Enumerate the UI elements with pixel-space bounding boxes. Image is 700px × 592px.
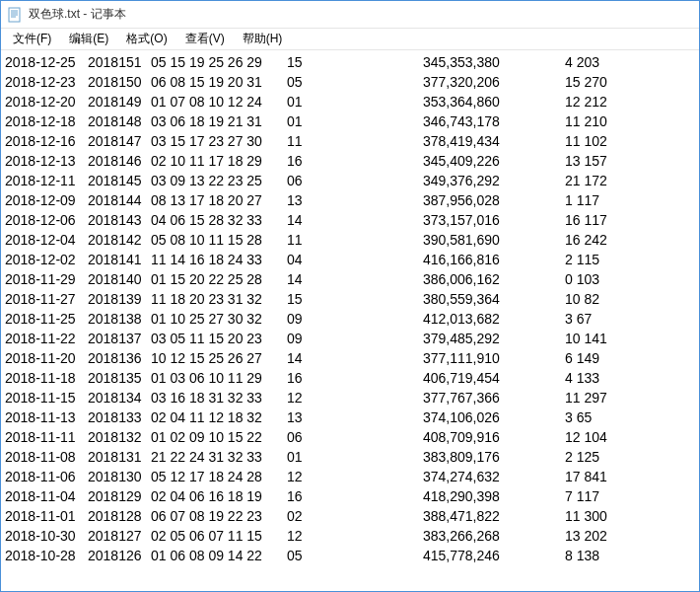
text-editor[interactable]: 2018-12-25201815105 15 19 25 26 2915345,… — [1, 50, 699, 591]
blue-cell: 14 — [287, 348, 423, 368]
sales-cell: 418,290,398 — [423, 486, 565, 506]
text-line: 2018-12-23201815006 08 15 19 20 3105377,… — [5, 72, 693, 92]
sales-cell: 377,767,366 — [423, 388, 565, 407]
balls-cell: 06 08 15 19 20 31 — [151, 72, 287, 92]
blue-cell: 06 — [287, 427, 423, 447]
sales-cell: 346,743,178 — [423, 111, 565, 131]
date-cell: 2018-11-27 — [5, 289, 88, 309]
balls-cell: 11 14 16 18 24 33 — [151, 250, 287, 269]
sales-cell: 408,709,916 — [423, 427, 565, 447]
sales-cell: 378,419,434 — [423, 131, 565, 151]
sales-cell: 377,111,910 — [423, 348, 565, 368]
issue-cell: 2018142 — [88, 230, 151, 250]
text-line: 2018-12-18201814803 06 18 19 21 3101346,… — [5, 111, 693, 131]
sales-cell: 416,166,816 — [423, 250, 565, 269]
text-line: 2018-11-08201813121 22 24 31 32 3301383,… — [5, 447, 693, 467]
date-cell: 2018-11-13 — [5, 407, 88, 427]
blue-cell: 01 — [287, 111, 423, 131]
text-line: 2018-10-28201812601 06 08 09 14 2205415,… — [5, 546, 693, 565]
prize-cell: 1 117 — [565, 190, 693, 210]
prize-cell: 21 172 — [565, 171, 693, 190]
text-line: 2018-11-06201813005 12 17 18 24 2812374,… — [5, 467, 693, 486]
menu-edit[interactable]: 编辑(E) — [61, 29, 116, 49]
issue-cell: 2018140 — [88, 269, 151, 289]
balls-cell: 05 08 10 11 15 28 — [151, 230, 287, 250]
sales-cell: 345,409,226 — [423, 151, 565, 171]
blue-cell: 16 — [287, 151, 423, 171]
issue-cell: 2018137 — [88, 329, 151, 348]
prize-cell: 16 117 — [565, 210, 693, 230]
sales-cell: 386,006,162 — [423, 269, 565, 289]
sales-cell: 390,581,690 — [423, 230, 565, 250]
text-line: 2018-11-01201812806 07 08 19 22 2302388,… — [5, 506, 693, 526]
prize-cell: 17 841 — [565, 467, 693, 486]
prize-cell: 3 67 — [565, 309, 693, 329]
date-cell: 2018-12-25 — [5, 52, 88, 72]
prize-cell: 4 203 — [565, 52, 693, 72]
prize-cell: 13 202 — [565, 526, 693, 546]
text-line: 2018-11-11201813201 02 09 10 15 2206408,… — [5, 427, 693, 447]
blue-cell: 11 — [287, 230, 423, 250]
issue-cell: 2018129 — [88, 486, 151, 506]
date-cell: 2018-12-16 — [5, 131, 88, 151]
balls-cell: 21 22 24 31 32 33 — [151, 447, 287, 467]
blue-cell: 01 — [287, 447, 423, 467]
date-cell: 2018-12-06 — [5, 210, 88, 230]
sales-cell: 388,471,822 — [423, 506, 565, 526]
blue-cell: 01 — [287, 92, 423, 111]
balls-cell: 01 10 25 27 30 32 — [151, 309, 287, 329]
date-cell: 2018-11-06 — [5, 467, 88, 486]
blue-cell: 13 — [287, 407, 423, 427]
blue-cell: 16 — [287, 368, 423, 388]
balls-cell: 03 05 11 15 20 23 — [151, 329, 287, 348]
blue-cell: 16 — [287, 486, 423, 506]
issue-cell: 2018145 — [88, 171, 151, 190]
prize-cell: 12 212 — [565, 92, 693, 111]
blue-cell: 15 — [287, 52, 423, 72]
balls-cell: 04 06 15 28 32 33 — [151, 210, 287, 230]
sales-cell: 415,778,246 — [423, 546, 565, 565]
menu-format[interactable]: 格式(O) — [118, 29, 175, 49]
sales-cell: 345,353,380 — [423, 52, 565, 72]
date-cell: 2018-11-20 — [5, 348, 88, 368]
menubar: 文件(F) 编辑(E) 格式(O) 查看(V) 帮助(H) — [1, 29, 699, 50]
prize-cell: 11 102 — [565, 131, 693, 151]
issue-cell: 2018135 — [88, 368, 151, 388]
sales-cell: 383,266,268 — [423, 526, 565, 546]
issue-cell: 2018127 — [88, 526, 151, 546]
text-line: 2018-11-04201812902 04 06 16 18 1916418,… — [5, 486, 693, 506]
issue-cell: 2018128 — [88, 506, 151, 526]
balls-cell: 02 05 06 07 11 15 — [151, 526, 287, 546]
prize-cell: 10 82 — [565, 289, 693, 309]
issue-cell: 2018148 — [88, 111, 151, 131]
issue-cell: 2018151 — [88, 52, 151, 72]
text-line: 2018-12-02201814111 14 16 18 24 3304416,… — [5, 250, 693, 269]
prize-cell: 11 300 — [565, 506, 693, 526]
issue-cell: 2018144 — [88, 190, 151, 210]
balls-cell: 03 15 17 23 27 30 — [151, 131, 287, 151]
blue-cell: 13 — [287, 190, 423, 210]
date-cell: 2018-12-20 — [5, 92, 88, 111]
menu-file[interactable]: 文件(F) — [5, 29, 59, 49]
issue-cell: 2018130 — [88, 467, 151, 486]
balls-cell: 03 16 18 31 32 33 — [151, 388, 287, 407]
text-line: 2018-12-16201814703 15 17 23 27 3011378,… — [5, 131, 693, 151]
prize-cell: 12 104 — [565, 427, 693, 447]
issue-cell: 2018147 — [88, 131, 151, 151]
text-line: 2018-11-20201813610 12 15 25 26 2714377,… — [5, 348, 693, 368]
menu-help[interactable]: 帮助(H) — [235, 29, 291, 49]
text-line: 2018-12-13201814602 10 11 17 18 2916345,… — [5, 151, 693, 171]
text-line: 2018-12-09201814408 13 17 18 20 2713387,… — [5, 190, 693, 210]
balls-cell: 01 15 20 22 25 28 — [151, 269, 287, 289]
date-cell: 2018-12-11 — [5, 171, 88, 190]
date-cell: 2018-11-01 — [5, 506, 88, 526]
prize-cell: 13 157 — [565, 151, 693, 171]
issue-cell: 2018143 — [88, 210, 151, 230]
menu-view[interactable]: 查看(V) — [177, 29, 233, 49]
balls-cell: 11 18 20 23 31 32 — [151, 289, 287, 309]
date-cell: 2018-12-02 — [5, 250, 88, 269]
titlebar[interactable]: 双色球.txt - 记事本 — [1, 1, 699, 29]
balls-cell: 05 15 19 25 26 29 — [151, 52, 287, 72]
window-title: 双色球.txt - 记事本 — [29, 6, 126, 23]
issue-cell: 2018136 — [88, 348, 151, 368]
